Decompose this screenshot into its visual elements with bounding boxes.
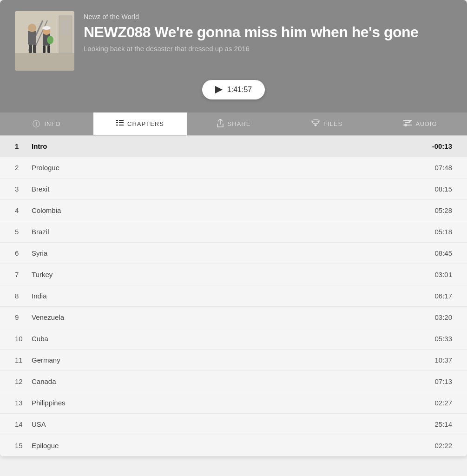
chapter-number: 10 — [15, 335, 32, 343]
play-icon — [215, 86, 223, 93]
files-icon — [311, 119, 320, 128]
svg-rect-22 — [119, 125, 124, 126]
chapter-name: USA — [32, 420, 434, 428]
chapters-icon — [116, 120, 124, 128]
chapter-name: Colombia — [32, 206, 434, 214]
chapter-row[interactable]: 11Germany10:37 — [0, 350, 467, 371]
chapter-time: 05:28 — [434, 206, 452, 214]
share-icon — [217, 119, 224, 129]
chapter-time: 07:13 — [434, 377, 452, 385]
chapter-row[interactable]: 5Brazil05:18 — [0, 221, 467, 243]
podcast-card: Newz of the World NEWZ088 We're gonna mi… — [0, 0, 467, 456]
play-time: 1:41:57 — [227, 86, 252, 94]
info-icon: ⓘ — [33, 120, 40, 128]
chapter-name: Venezuela — [32, 313, 434, 321]
tab-files-label: FILES — [323, 120, 342, 127]
chapter-number: 1 — [15, 142, 32, 150]
play-button[interactable]: 1:41:57 — [202, 80, 265, 99]
podcast-header: Newz of the World NEWZ088 We're gonna mi… — [0, 0, 467, 112]
chapter-name: Prologue — [32, 164, 434, 172]
chapter-name: India — [32, 292, 434, 300]
chapter-name: Cuba — [32, 335, 434, 343]
svg-point-14 — [47, 36, 53, 44]
chapter-row[interactable]: 3Brexit08:15 — [0, 178, 467, 200]
chapter-time: 06:17 — [434, 292, 452, 300]
chapter-row[interactable]: 12Canada07:13 — [0, 371, 467, 392]
tab-share-label: SHARE — [228, 120, 251, 127]
chapter-name: Intro — [32, 142, 432, 150]
svg-rect-5 — [28, 31, 36, 45]
chapter-number: 14 — [15, 420, 32, 428]
svg-rect-21 — [116, 125, 118, 126]
chapter-time: 08:45 — [434, 249, 452, 257]
tab-audio[interactable]: AUDIO — [374, 112, 467, 135]
chapter-name: Turkey — [32, 271, 434, 278]
chapter-row[interactable]: 14USA25:14 — [0, 414, 467, 435]
chapter-time: 08:15 — [434, 185, 452, 193]
svg-rect-17 — [116, 120, 118, 121]
svg-rect-13 — [47, 46, 50, 53]
chapter-time: 05:18 — [434, 228, 452, 236]
chapter-name: Syria — [32, 249, 434, 257]
header-top: Newz of the World NEWZ088 We're gonna mi… — [15, 11, 452, 71]
chapter-number: 12 — [15, 377, 32, 385]
svg-rect-16 — [61, 20, 70, 34]
svg-point-6 — [28, 24, 36, 32]
chapter-name: Brazil — [32, 228, 434, 236]
chapter-time: 07:48 — [434, 164, 452, 172]
svg-rect-1 — [15, 53, 74, 71]
svg-point-28 — [404, 124, 407, 126]
tab-info[interactable]: ⓘ INFO — [0, 112, 93, 135]
chapter-number: 11 — [15, 356, 32, 364]
tab-audio-label: AUDIO — [415, 120, 437, 127]
chapter-row[interactable]: 10Cuba05:33 — [0, 328, 467, 350]
svg-rect-12 — [43, 46, 46, 53]
chapter-number: 3 — [15, 185, 32, 193]
svg-rect-25 — [405, 122, 410, 123]
svg-rect-8 — [33, 45, 36, 53]
header-info: Newz of the World NEWZ088 We're gonna mi… — [84, 11, 452, 53]
chapters-list: 1Intro-00:132Prologue07:483Brexit08:154C… — [0, 136, 467, 456]
episode-title: NEWZ088 We're gonna miss him when he's g… — [84, 23, 452, 41]
chapter-time: 02:27 — [434, 399, 452, 407]
chapter-name: Germany — [32, 356, 434, 364]
tab-chapters[interactable]: CHAPTERS — [93, 112, 187, 135]
chapter-name: Canada — [32, 377, 434, 385]
chapter-time: 10:37 — [434, 356, 452, 364]
chapter-name: Philippines — [32, 399, 434, 407]
chapter-row[interactable]: 13Philippines02:27 — [0, 392, 467, 414]
chapter-name: Epilogue — [32, 442, 434, 450]
chapter-row[interactable]: 2Prologue07:48 — [0, 157, 467, 178]
chapter-time: 03:01 — [434, 271, 452, 278]
chapter-row[interactable]: 7Turkey03:01 — [0, 264, 467, 285]
chapter-time: 02:22 — [434, 442, 452, 450]
player-area: 1:41:57 — [15, 80, 452, 99]
chapter-row[interactable]: 8India06:17 — [0, 285, 467, 307]
chapter-time: 25:14 — [434, 420, 452, 428]
chapter-row[interactable]: 9Venezuela03:20 — [0, 307, 467, 328]
chapter-row[interactable]: 1Intro-00:13 — [0, 136, 467, 157]
svg-rect-19 — [116, 122, 118, 123]
svg-point-27 — [408, 120, 411, 122]
chapter-number: 13 — [15, 399, 32, 407]
svg-rect-18 — [119, 120, 124, 121]
chapter-number: 9 — [15, 313, 32, 321]
svg-rect-20 — [119, 122, 124, 123]
tab-files[interactable]: FILES — [280, 112, 374, 135]
svg-point-23 — [312, 120, 319, 122]
chapter-row[interactable]: 6Syria08:45 — [0, 243, 467, 264]
chapter-number: 7 — [15, 271, 32, 278]
chapter-number: 8 — [15, 292, 32, 300]
chapter-row[interactable]: 4Colombia05:28 — [0, 200, 467, 221]
chapter-row[interactable]: 15Epilogue02:22 — [0, 435, 467, 456]
tabs-bar: ⓘ INFO CHAPTERS SHARE — [0, 112, 467, 136]
chapter-number: 15 — [15, 442, 32, 450]
svg-point-11 — [42, 26, 51, 30]
episode-thumbnail — [15, 11, 74, 71]
tab-info-label: INFO — [44, 120, 60, 127]
tab-share[interactable]: SHARE — [187, 112, 280, 135]
svg-rect-7 — [29, 45, 32, 53]
chapter-number: 5 — [15, 228, 32, 236]
tab-chapters-label: CHAPTERS — [127, 120, 164, 127]
chapter-time: -00:13 — [432, 142, 452, 150]
